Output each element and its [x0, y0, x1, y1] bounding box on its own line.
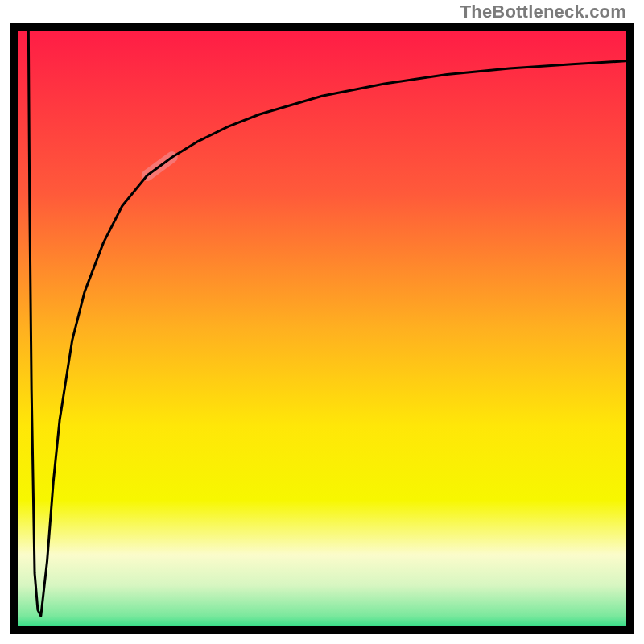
- watermark-label: TheBottleneck.com: [460, 2, 626, 23]
- background-gradient: [10, 23, 634, 634]
- plot-area: [10, 23, 634, 634]
- chart-frame: TheBottleneck.com: [0, 0, 644, 644]
